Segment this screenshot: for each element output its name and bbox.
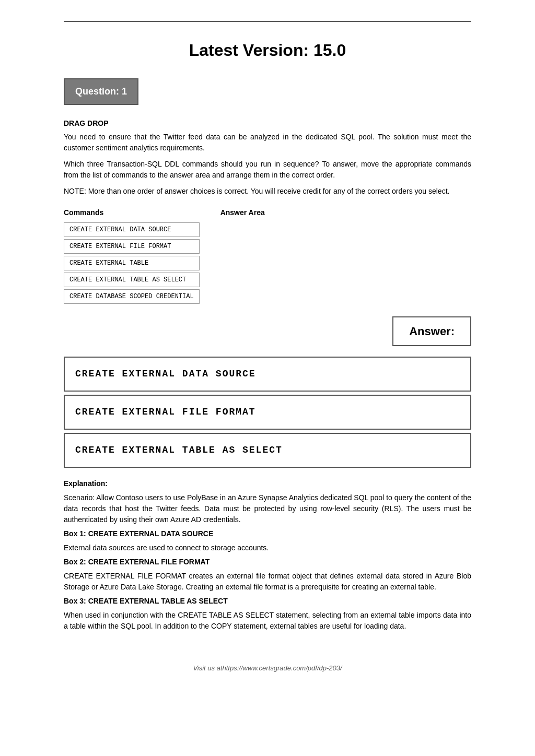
answer-label: Answer: (392, 316, 471, 346)
commands-header: Commands (64, 207, 200, 218)
box3-label-text: Box 3: CREATE EXTERNAL TABLE AS SELECT (64, 597, 228, 605)
answer-box-1: CREATE EXTERNAL DATA SOURCE (64, 357, 471, 392)
explanation-box3-label: Box 3: CREATE EXTERNAL TABLE AS SELECT (64, 596, 471, 607)
commands-column: Commands CREATE EXTERNAL DATA SOURCE CRE… (64, 207, 200, 306)
answer-box-3: CREATE EXTERNAL TABLE AS SELECT (64, 433, 471, 468)
answer-boxes-section: CREATE EXTERNAL DATA SOURCE CREATE EXTER… (64, 357, 471, 468)
explanation-box1-label: Box 1: CREATE EXTERNAL DATA SOURCE (64, 528, 471, 539)
question-note: NOTE: More than one order of answer choi… (64, 186, 471, 197)
explanation-box2-text: CREATE EXTERNAL FILE FORMAT creates an e… (64, 571, 471, 593)
footer-text: Visit us athttps://www.certsgrade.com/pd… (193, 664, 342, 672)
answer-area-column: Answer Area (220, 207, 471, 306)
question-text-1: You need to ensure that the Twitter feed… (64, 132, 471, 153)
page-title: Latest Version: 15.0 (64, 38, 471, 63)
question-text-2: Which three Transaction-SQL DDL commands… (64, 159, 471, 181)
explanation-title: Explanation: (64, 478, 471, 489)
question-header: Question: 1 (64, 78, 138, 105)
top-border (64, 21, 471, 22)
explanation-section: Explanation: Scenario: Allow Contoso use… (64, 478, 471, 632)
box1-label-text: Box 1: CREATE EXTERNAL DATA SOURCE (64, 529, 213, 538)
command-item[interactable]: CREATE EXTERNAL FILE FORMAT (64, 239, 200, 254)
explanation-box3-text: When used in conjunction with the CREATE… (64, 610, 471, 632)
explanation-scenario: Scenario: Allow Contoso users to use Pol… (64, 492, 471, 525)
command-item[interactable]: CREATE EXTERNAL DATA SOURCE (64, 222, 200, 237)
commands-area: Commands CREATE EXTERNAL DATA SOURCE CRE… (64, 207, 471, 306)
question-section: DRAG DROP You need to ensure that the Tw… (64, 118, 471, 197)
command-item[interactable]: CREATE EXTERNAL TABLE AS SELECT (64, 273, 200, 287)
answer-box-2: CREATE EXTERNAL FILE FORMAT (64, 395, 471, 430)
command-item[interactable]: CREATE DATABASE SCOPED CREDENTIAL (64, 289, 200, 304)
answer-area-header: Answer Area (220, 207, 471, 218)
box2-label-text: Box 2: CREATE EXTERNAL FILE FORMAT (64, 558, 210, 566)
footer: Visit us athttps://www.certsgrade.com/pd… (64, 663, 471, 674)
command-item[interactable]: CREATE EXTERNAL TABLE (64, 256, 200, 270)
explanation-box1-text: External data sources are used to connec… (64, 542, 471, 553)
answer-label-container: Answer: (64, 316, 471, 346)
explanation-box2-label: Box 2: CREATE EXTERNAL FILE FORMAT (64, 557, 471, 568)
question-type: DRAG DROP (64, 118, 471, 129)
